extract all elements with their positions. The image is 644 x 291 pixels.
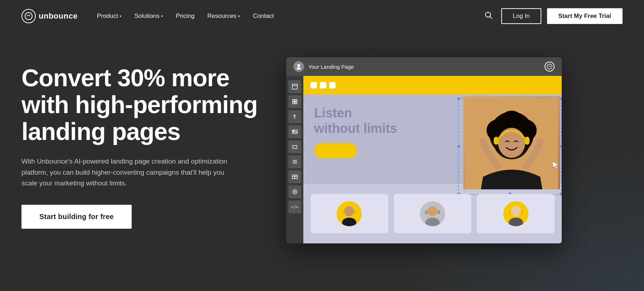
svg-rect-8 [295, 100, 297, 101]
nav-links: Product ▾ Solutions ▾ Pricing Resources … [92, 10, 279, 23]
start-trial-button[interactable]: Start My Free Trial [547, 8, 623, 24]
tool-box[interactable] [288, 140, 301, 153]
lp-card-circle-2 [420, 201, 445, 226]
nav-pricing[interactable]: Pricing [171, 10, 200, 23]
lp-dot-1 [311, 82, 317, 88]
editor-window: Your Landing Page [286, 57, 562, 243]
lp-card-circle-1 [337, 201, 362, 226]
svg-rect-10 [295, 102, 297, 104]
svg-point-1 [486, 12, 491, 17]
tool-layout[interactable] [288, 80, 301, 93]
hero-right: Your Landing Page [265, 54, 623, 243]
lp-content-area: Listen without limits [303, 94, 562, 184]
editor-canvas: Listen without limits [303, 76, 562, 243]
lp-photo-person [463, 96, 560, 189]
lp-dot-3 [329, 82, 336, 88]
svg-rect-13 [293, 146, 297, 149]
lp-card-1 [311, 194, 388, 233]
svg-point-4 [547, 64, 552, 69]
login-button[interactable]: Log In [501, 8, 541, 24]
nav-product[interactable]: Product ▾ [92, 10, 127, 23]
editor-titlebar: Your Landing Page [286, 57, 562, 76]
svg-rect-7 [293, 100, 294, 101]
lp-card-2 [394, 194, 472, 233]
svg-rect-38 [354, 210, 357, 214]
tool-code[interactable]: </> [288, 200, 301, 213]
nav-left: unbounce Product ▾ Solutions ▾ Pricing R… [21, 9, 279, 23]
svg-rect-37 [342, 210, 344, 214]
lp-body: Listen without limits [303, 94, 562, 243]
avatar [293, 61, 304, 72]
svg-rect-32 [494, 137, 499, 145]
lp-card-3 [477, 194, 555, 233]
svg-rect-48 [521, 210, 523, 214]
svg-point-35 [344, 206, 354, 216]
editor-logo-icon [545, 62, 555, 72]
svg-point-0 [25, 13, 32, 20]
hero-subtext: With Unbounce's AI-powered landing page … [21, 156, 236, 189]
svg-point-12 [293, 131, 294, 132]
svg-point-31 [498, 128, 525, 158]
handle-ml [457, 145, 460, 148]
svg-rect-5 [292, 84, 297, 89]
lp-card-circle-3 [503, 201, 528, 226]
nav-right: Log In Start My Free Trial [482, 8, 623, 24]
tool-video[interactable] [288, 185, 301, 198]
svg-line-2 [490, 16, 492, 19]
editor-sidebar: T [286, 76, 303, 243]
svg-marker-23 [294, 191, 296, 193]
nav-resources[interactable]: Resources ▾ [203, 10, 245, 23]
svg-rect-47 [508, 210, 511, 214]
brand-name: unbounce [39, 11, 78, 21]
chevron-down-icon: ▾ [238, 14, 240, 19]
svg-rect-33 [525, 137, 530, 145]
svg-rect-42 [425, 210, 428, 214]
logo-icon [21, 9, 36, 23]
hero-section: Convert 30% more with high-performing la… [0, 32, 644, 291]
lp-dot-2 [320, 82, 326, 88]
lp-cards [303, 184, 562, 243]
tool-table[interactable] [288, 170, 301, 183]
svg-point-40 [428, 206, 438, 216]
chevron-down-icon: ▾ [161, 14, 163, 19]
editor-title: Your Landing Page [308, 64, 540, 70]
nav-solutions[interactable]: Solutions ▾ [130, 10, 168, 23]
start-building-button[interactable]: Start building for free [21, 205, 132, 229]
logo[interactable]: unbounce [21, 9, 78, 23]
hero-left: Convert 30% more with high-performing la… [21, 54, 265, 229]
chevron-down-icon: ▾ [119, 14, 122, 19]
lp-cta-button[interactable] [314, 143, 357, 158]
tool-text[interactable]: T [288, 110, 301, 123]
search-button[interactable] [482, 9, 496, 24]
tool-image[interactable] [288, 125, 301, 138]
navbar: unbounce Product ▾ Solutions ▾ Pricing R… [0, 0, 644, 32]
svg-rect-9 [293, 102, 294, 104]
hero-headline: Convert 30% more with high-performing la… [21, 64, 265, 145]
editor-body: T [286, 76, 562, 243]
tool-grid[interactable] [288, 95, 301, 108]
svg-point-3 [297, 64, 300, 67]
lp-photo [463, 96, 560, 189]
tool-list[interactable] [288, 155, 301, 168]
lp-topbar [303, 76, 562, 94]
svg-rect-43 [438, 210, 440, 214]
nav-contact[interactable]: Contact [248, 10, 279, 23]
svg-point-45 [511, 206, 521, 216]
